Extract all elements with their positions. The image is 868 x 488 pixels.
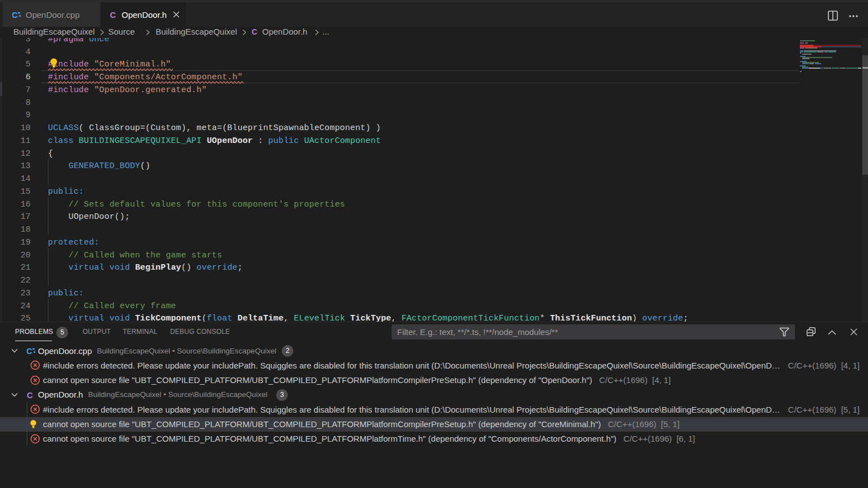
- svg-text:C: C: [27, 390, 33, 400]
- svg-text:C: C: [12, 10, 18, 20]
- svg-text:C: C: [27, 346, 32, 356]
- svg-text:C: C: [110, 10, 116, 20]
